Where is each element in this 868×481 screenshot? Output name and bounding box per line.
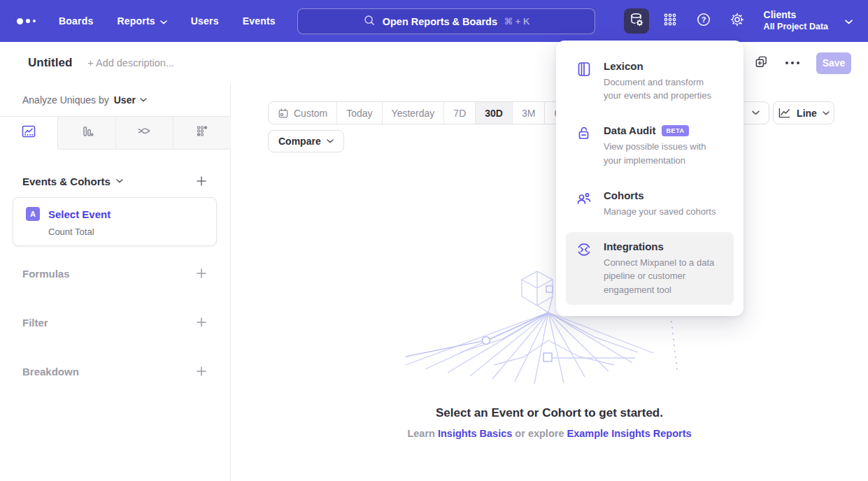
filter-label: Filter xyxy=(22,317,48,329)
calendar-icon xyxy=(278,108,289,119)
date-range-today[interactable]: Today xyxy=(337,102,382,124)
plus-icon xyxy=(196,175,207,187)
menu-item-data-audit[interactable]: Data Audit BETA View possible issues wit… xyxy=(566,116,734,175)
mixpanel-insights-app: Boards Reports Users Events Open Reports… xyxy=(0,0,868,481)
line-chart-icon xyxy=(778,107,791,119)
nav-item-boards[interactable]: Boards xyxy=(59,15,93,27)
data-management-button[interactable] xyxy=(624,8,649,34)
menu-item-title: Integrations xyxy=(604,240,724,252)
settings-button[interactable] xyxy=(725,8,750,34)
report-title[interactable]: Untitled xyxy=(28,56,72,70)
events-cohorts-dropdown[interactable]: Events & Cohorts xyxy=(22,175,123,187)
tab-metrics[interactable] xyxy=(173,117,231,150)
tab-bar-chart[interactable] xyxy=(58,117,116,150)
add-event-button[interactable] xyxy=(196,175,207,187)
lexicon-book-icon xyxy=(576,61,592,78)
analyze-label: Analyze Uniques by xyxy=(22,94,109,106)
date-range-label: Today xyxy=(346,108,372,119)
bar-chart-tab-icon xyxy=(79,124,94,142)
compare-dropdown[interactable]: Compare xyxy=(268,130,344,152)
menu-item-cohorts[interactable]: Cohorts Manage your saved cohorts xyxy=(566,181,734,227)
chart-type-label: Line xyxy=(797,108,817,119)
nav-links: Boards Reports Users Events xyxy=(59,15,276,27)
menu-item-desc: Connect Mixpanel to a data pipeline or c… xyxy=(604,256,724,296)
nav-item-label: Events xyxy=(243,15,276,27)
date-range-custom[interactable]: Custom xyxy=(269,102,337,124)
or-explore-text: or explore xyxy=(515,428,564,439)
add-breakdown-button[interactable] xyxy=(196,366,207,377)
date-range-yesterday[interactable]: Yesterday xyxy=(383,102,445,124)
copy-plus-icon xyxy=(754,55,769,72)
save-button[interactable]: Save xyxy=(816,52,851,74)
event-aggregation-label[interactable]: Count Total xyxy=(48,227,216,237)
date-range-3m[interactable]: 3M xyxy=(513,102,545,124)
question-circle-icon: ? xyxy=(696,12,711,30)
menu-item-lexicon[interactable]: Lexicon Document and transform your even… xyxy=(566,52,734,110)
nav-item-users[interactable]: Users xyxy=(191,15,219,27)
grid-dots-icon xyxy=(662,12,678,30)
menu-item-integrations[interactable]: Integrations Connect Mixpanel to a data … xyxy=(566,232,734,305)
date-range-control: Custom Today Yesterday 7D 30D 3M 6M xyxy=(268,101,578,124)
nav-item-label: Users xyxy=(191,15,219,27)
menu-item-title-text: Data Audit xyxy=(604,124,655,136)
date-range-7d[interactable]: 7D xyxy=(444,102,476,124)
metrics-tab-icon xyxy=(194,124,210,142)
cohorts-people-icon xyxy=(576,190,592,207)
select-event-button[interactable]: Select Event xyxy=(48,208,111,220)
global-search-input[interactable]: Open Reports & Boards ⌘ + K xyxy=(297,8,595,34)
menu-item-title: Data Audit BETA xyxy=(604,124,724,136)
formulas-section: Formulas xyxy=(0,264,231,282)
chevron-down-icon[interactable] xyxy=(845,15,853,27)
nav-item-label: Reports xyxy=(117,15,155,27)
nav-item-events[interactable]: Events xyxy=(243,15,276,27)
chart-type-dropdown[interactable]: Line xyxy=(773,101,834,124)
menu-item-text: Cohorts Manage your saved cohorts xyxy=(604,189,716,218)
insights-basics-link[interactable]: Insights Basics xyxy=(438,428,512,439)
filter-section: Filter xyxy=(0,313,231,331)
nav-item-label: Boards xyxy=(59,15,93,27)
more-options-button[interactable] xyxy=(785,62,799,64)
formulas-label: Formulas xyxy=(22,268,70,280)
menu-item-text: Data Audit BETA View possible issues wit… xyxy=(604,124,724,166)
add-formula-button[interactable] xyxy=(196,268,207,279)
query-sidebar: Analyze Uniques by User Events & Cohorts xyxy=(0,84,231,481)
analyze-by-dropdown[interactable]: User xyxy=(114,94,147,106)
breakdown-label: Breakdown xyxy=(22,366,79,378)
events-cohorts-header: Events & Cohorts xyxy=(0,172,231,190)
menu-item-text: Lexicon Document and transform your even… xyxy=(604,60,717,102)
date-range-30d[interactable]: 30D xyxy=(476,102,513,124)
menu-item-title: Lexicon xyxy=(604,60,717,72)
plus-icon xyxy=(196,268,207,279)
event-series-badge: A xyxy=(26,207,40,221)
chevron-down-icon xyxy=(116,179,123,183)
chevron-down-icon xyxy=(140,98,147,102)
nav-item-reports[interactable]: Reports xyxy=(117,15,166,27)
menu-item-desc: View possible issues with your implement… xyxy=(604,140,724,166)
date-range-label: 3M xyxy=(522,108,535,119)
learn-prefix: Learn xyxy=(407,428,435,439)
example-reports-link[interactable]: Example Insights Reports xyxy=(567,428,692,439)
menu-item-desc: Manage your saved cohorts xyxy=(604,205,716,218)
add-description-field[interactable]: + Add description... xyxy=(87,57,174,69)
database-gear-icon xyxy=(629,12,644,30)
add-filter-button[interactable] xyxy=(196,317,207,328)
menu-item-desc: Document and transform your events and p… xyxy=(604,76,717,102)
help-button[interactable]: ? xyxy=(691,8,716,34)
date-range-label: 30D xyxy=(485,108,503,119)
compare-label: Compare xyxy=(278,136,321,147)
project-switcher[interactable]: Clients All Project Data xyxy=(764,9,828,32)
data-management-menu: Lexicon Document and transform your even… xyxy=(556,41,744,316)
chevron-down-icon xyxy=(327,139,334,143)
report-header-actions: Save xyxy=(754,42,851,84)
top-nav: Boards Reports Users Events Open Reports… xyxy=(0,0,868,42)
line-chart-tab-icon xyxy=(21,124,36,142)
svg-text:?: ? xyxy=(701,15,706,24)
tab-flows[interactable] xyxy=(116,117,174,150)
mixpanel-logo-icon[interactable] xyxy=(17,18,48,24)
apps-grid-button[interactable] xyxy=(657,8,683,34)
duplicate-button[interactable] xyxy=(754,55,769,72)
date-range-label: Yesterday xyxy=(392,108,435,119)
chevron-down-icon xyxy=(752,110,760,115)
tab-insights-line[interactable] xyxy=(0,117,58,150)
event-card[interactable]: A Select Event Count Total xyxy=(13,197,217,246)
